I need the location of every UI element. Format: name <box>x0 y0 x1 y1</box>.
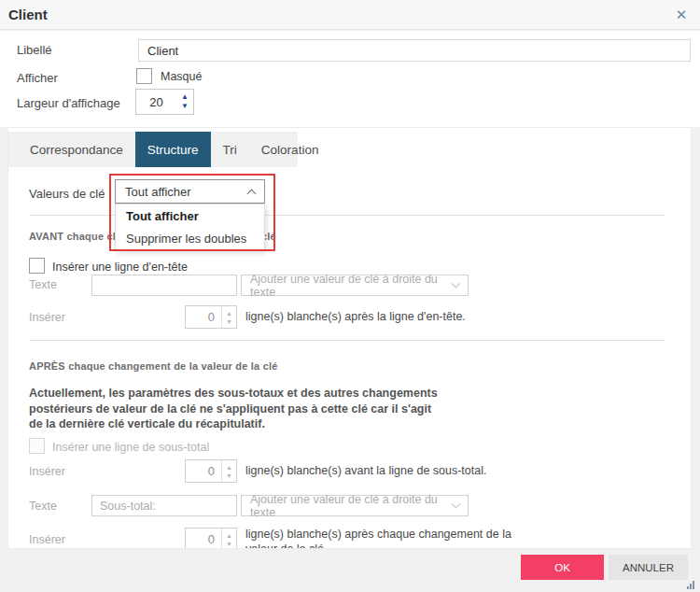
append-key-dropdown-apres-value: Ajouter une valeur de clé à droite du te… <box>250 493 453 519</box>
blank-lines-spinner-apres-changement: 0 ▲ ▼ <box>185 528 237 549</box>
largeur-label: Largeur d'affichage <box>17 96 120 110</box>
largeur-value[interactable]: 20 <box>136 95 176 109</box>
stepper-down-icon: ▼ <box>226 541 232 547</box>
masque-checkbox-label: Masqué <box>161 70 202 83</box>
blank-lines-suffix-apres-changement: ligne(s) blanche(s) après chaque changem… <box>245 528 542 549</box>
inserer-label-avant: Insérer <box>29 311 65 324</box>
dialog-titlebar: Client ✕ <box>0 0 700 30</box>
tab-correspondance[interactable]: Correspondance <box>18 132 135 167</box>
chevron-up-icon <box>247 189 257 198</box>
stepper-up-icon: ▲ <box>226 464 232 471</box>
stepper-up-icon[interactable]: ▲ <box>181 93 189 101</box>
ligne-entete-checkbox[interactable] <box>29 258 45 274</box>
masque-checkbox[interactable] <box>136 68 152 84</box>
annuler-button[interactable]: ANNULER <box>609 555 688 580</box>
blank-lines-suffix-avant: ligne(s) blanche(s) après la ligne d'en-… <box>245 310 466 325</box>
blank-lines-spinner-avant-sous-total: 0 ▲ ▼ <box>185 459 237 483</box>
spinner-arrows: ▲ ▼ <box>221 529 236 549</box>
subtotal-notice-text: Actuellement, les paramètres des sous-to… <box>29 386 447 432</box>
blank-lines-value: 0 <box>186 529 221 549</box>
blank-lines-suffix-avant-sous-total: ligne(s) blanche(s) avant la ligne de so… <box>245 464 486 479</box>
spinner-arrows: ▲ ▼ <box>221 306 236 328</box>
divider <box>29 340 665 341</box>
tab-tri[interactable]: Tri <box>211 132 249 167</box>
ligne-sous-total-checkbox <box>29 438 45 454</box>
close-icon[interactable]: ✕ <box>672 6 691 24</box>
inserer-label-apres-changement: Insérer <box>29 533 65 546</box>
ok-button[interactable]: OK <box>521 555 604 580</box>
stepper-down-icon[interactable]: ▼ <box>181 103 189 110</box>
append-key-dropdown-apres: Ajouter une valeur de clé à droite du te… <box>241 495 469 516</box>
afficher-label: Afficher <box>17 71 58 85</box>
append-key-dropdown-avant: Ajouter une valeur de clé à droite du te… <box>241 275 469 296</box>
stepper-up-icon: ▲ <box>226 532 232 539</box>
ligne-entete-checkbox-label: Insérer une ligne d'en-tête <box>52 261 188 274</box>
dialog-title: Client <box>8 7 48 22</box>
texte-label-avant: Texte <box>29 278 57 291</box>
valeurs-de-cle-combobox[interactable]: Tout afficher <box>115 179 265 204</box>
blank-lines-spinner-avant: 0 ▲ ▼ <box>185 305 237 329</box>
dropdown-option-supprimer-doubles[interactable]: Supprimer les doubles <box>116 227 264 249</box>
spinner-arrows: ▲ ▼ <box>221 460 236 482</box>
texte-label-apres: Texte <box>29 500 57 513</box>
stepper-up-icon: ▲ <box>226 310 232 317</box>
sous-total-input <box>91 495 237 516</box>
blank-lines-value: 0 <box>186 460 221 482</box>
largeur-stepper[interactable]: 20 ▲ ▼ <box>135 89 194 115</box>
header-form: Libellé Afficher Masqué Largeur d'affich… <box>0 31 700 127</box>
stepper-down-icon: ▼ <box>226 318 232 325</box>
client-dialog: Client ✕ Libellé Afficher Masqué Largeur… <box>0 0 700 592</box>
tab-coloration[interactable]: Coloration <box>249 132 331 167</box>
texte-input-avant <box>91 275 237 296</box>
resize-grip-icon[interactable] <box>687 580 698 589</box>
largeur-stepper-arrows: ▲ ▼ <box>176 93 193 110</box>
structure-panel: Correspondance Structure Tri Coloration … <box>7 127 692 549</box>
inserer-label-avant-sous-total: Insérer <box>29 465 65 478</box>
tab-strip: Correspondance Structure Tri Coloration <box>8 132 298 167</box>
apres-section-heading: APRÈS chaque changement de la valeur de … <box>29 360 278 372</box>
libelle-input[interactable] <box>138 39 691 62</box>
combobox-dropdown-list: Tout afficher Supprimer les doubles <box>115 204 265 250</box>
tab-structure[interactable]: Structure <box>135 132 211 167</box>
combobox-value: Tout afficher <box>125 185 191 199</box>
append-key-dropdown-avant-value: Ajouter une valeur de clé à droite du te… <box>250 273 453 299</box>
dropdown-option-tout-afficher[interactable]: Tout afficher <box>116 204 264 227</box>
libelle-label: Libellé <box>17 43 52 57</box>
stepper-down-icon: ▼ <box>226 472 232 479</box>
blank-lines-value-avant: 0 <box>186 306 221 328</box>
ligne-sous-total-checkbox-label: Insérer une ligne de sous-total <box>52 441 209 454</box>
valeurs-de-cle-label: Valeurs de clé <box>29 187 105 201</box>
